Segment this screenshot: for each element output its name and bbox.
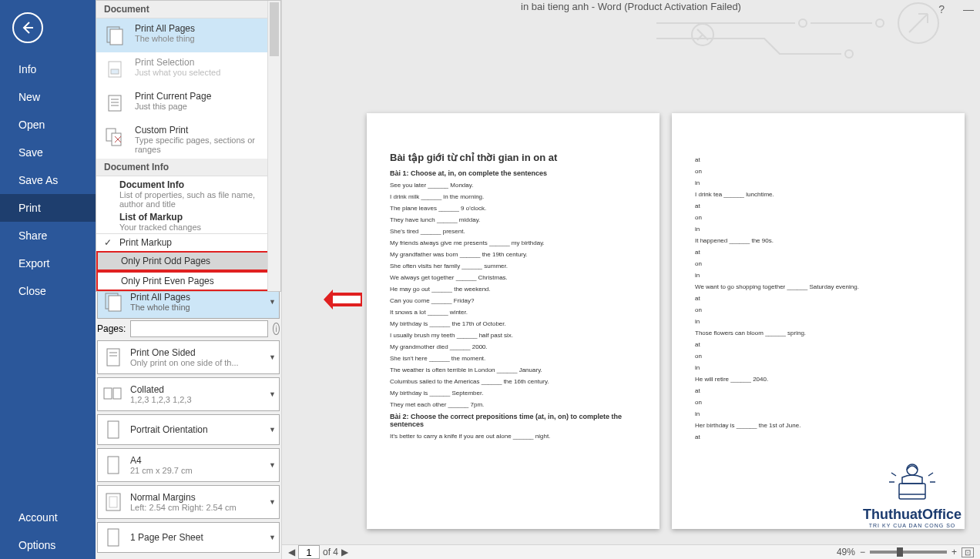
setting-pages-per-sheet[interactable]: 1 Page Per Sheet ▼ (97, 522, 280, 553)
svg-rect-3 (111, 69, 119, 74)
svg-rect-18 (108, 457, 119, 474)
nav-share[interactable]: Share (0, 222, 96, 249)
backstage-sidebar: Info New Open Save Save As Print Share E… (0, 0, 96, 559)
zoom-in-button[interactable]: + (951, 547, 957, 557)
page-icon (102, 91, 127, 115)
option-print-selection[interactable]: Print SelectionJust what you selected (96, 52, 280, 86)
option-print-all-pages[interactable]: Print All PagesThe whole thing (96, 18, 280, 52)
svg-rect-15 (104, 388, 112, 399)
preview-page-1: Bài tập giới từ chỉ thời gian in on at B… (367, 113, 659, 529)
portrait-icon (101, 417, 126, 442)
setting-margins[interactable]: Normal MarginsLeft: 2.54 cm Right: 2.54 … (97, 485, 280, 519)
nav-saveas[interactable]: Save As (0, 166, 96, 194)
setting-one-sided[interactable]: Print One SidedOnly print on one side of… (97, 340, 280, 374)
nav-options[interactable]: Options (0, 531, 96, 559)
option-even-pages[interactable]: Only Print Even Pages (96, 271, 280, 291)
svg-rect-29 (899, 484, 925, 499)
pages-icon (102, 23, 127, 48)
svg-rect-20 (109, 497, 117, 507)
nav-export[interactable]: Export (0, 249, 96, 277)
pages-label: Pages: (97, 323, 126, 334)
annotation-arrow (322, 290, 364, 313)
svg-rect-21 (108, 529, 119, 546)
fit-page-button[interactable]: ⊡ (962, 547, 974, 557)
option-odd-pages[interactable]: Only Print Odd Pages (96, 251, 280, 271)
chevron-down-icon: ▼ (269, 534, 276, 541)
chevron-down-icon: ▼ (269, 498, 276, 506)
nav-save[interactable]: Save (0, 139, 96, 166)
chevron-down-icon: ▼ (269, 461, 276, 469)
svg-point-25 (845, 50, 853, 58)
option-custom-print[interactable]: Custom PrintType specific pages, section… (96, 120, 280, 159)
watermark-logo: ThuthuatOffice TRI KY CUA DAN CONG SO (863, 460, 962, 528)
setting-collated[interactable]: Collated1,2,3 1,2,3 1,2,3 ▼ (97, 377, 280, 411)
selection-icon (102, 57, 127, 82)
svg-rect-1 (110, 29, 123, 45)
svg-point-24 (876, 19, 884, 27)
chevron-down-icon: ▼ (269, 298, 276, 306)
nav-open[interactable]: Open (0, 111, 96, 139)
dropdown-header-info: Document Info (96, 159, 280, 176)
preview-area: in bai tieng anh - Word (Product Activat… (282, 0, 980, 559)
next-page-button[interactable]: ▶ (341, 547, 348, 557)
page-icon (101, 525, 126, 550)
margins-icon (101, 490, 126, 514)
collate-icon (101, 382, 126, 407)
nav-info[interactable]: Info (0, 55, 96, 83)
svg-rect-16 (113, 388, 121, 399)
chevron-down-icon: ▼ (269, 353, 276, 361)
ribbon-decoration (656, 0, 980, 62)
pages-icon (101, 290, 126, 314)
chevron-down-icon: ▼ (269, 390, 276, 398)
page-count: of 4 (323, 547, 338, 557)
zoom-value: 49% (837, 547, 855, 557)
svg-rect-11 (109, 296, 121, 311)
setting-paper-size[interactable]: A421 cm x 29.7 cm ▼ (97, 448, 280, 482)
back-button[interactable] (12, 12, 43, 43)
info-icon[interactable]: i (273, 323, 280, 335)
option-print-current-page[interactable]: Print Current PageJust this page (96, 86, 280, 120)
page-number-input[interactable] (298, 545, 320, 559)
nav-print[interactable]: Print (0, 194, 96, 222)
prev-page-button[interactable]: ◀ (288, 547, 295, 557)
preview-footer: ◀ of 4 ▶ 49% − + ⊡ (282, 544, 980, 559)
option-print-markup[interactable]: Print Markup (96, 234, 280, 251)
chevron-down-icon: ▼ (269, 426, 276, 433)
svg-rect-4 (109, 95, 121, 111)
dropdown-header-document: Document (96, 1, 280, 18)
page-icon (101, 453, 126, 477)
svg-rect-22 (333, 296, 361, 303)
setting-orientation[interactable]: Portrait Orientation ▼ (97, 414, 280, 445)
print-what-dropdown: Document Print All PagesThe whole thing … (96, 0, 281, 292)
svg-rect-19 (106, 494, 120, 510)
nav-close[interactable]: Close (0, 277, 96, 305)
zoom-slider[interactable] (870, 551, 947, 554)
nav-account[interactable]: Account (0, 504, 96, 531)
custom-icon (102, 125, 127, 149)
svg-rect-9 (112, 133, 121, 146)
page-icon (101, 345, 126, 370)
pages-input[interactable] (130, 320, 268, 337)
svg-rect-12 (107, 349, 119, 366)
zoom-out-button[interactable]: − (860, 547, 865, 557)
dropdown-scrollbar[interactable] (267, 1, 280, 291)
print-settings-column: Document Print All PagesThe whole thing … (96, 0, 282, 559)
nav-new[interactable]: New (0, 83, 96, 111)
svg-point-23 (799, 19, 807, 27)
svg-rect-17 (108, 421, 119, 438)
